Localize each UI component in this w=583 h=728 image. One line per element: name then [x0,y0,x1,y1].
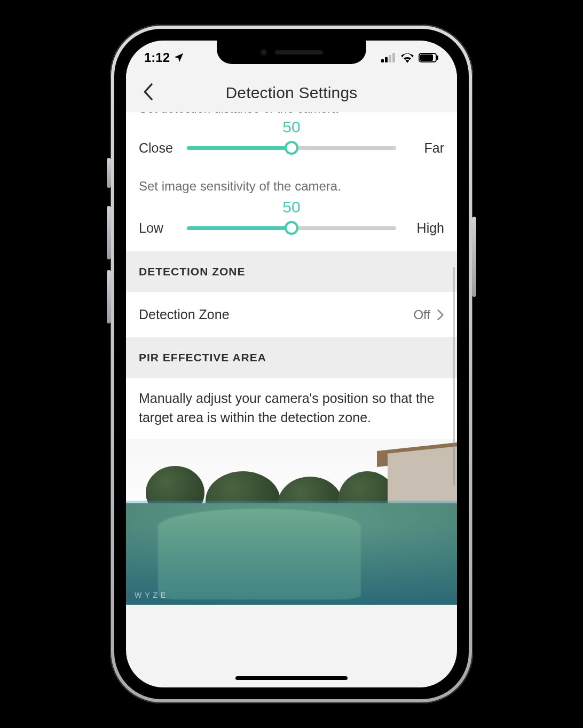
volume-down-button[interactable] [107,270,111,323]
bottom-gap [126,605,457,616]
sensitivity-left-label: Low [139,220,176,236]
back-button[interactable] [133,74,162,112]
page-title: Detection Settings [225,84,357,102]
wifi-icon [400,52,414,63]
distance-right-label: Far [407,140,444,156]
section-header-detection-zone: DETECTION ZONE [126,251,457,292]
volume-up-button[interactable] [107,206,111,259]
pir-description: Manually adjust your camera's position s… [126,378,457,439]
svg-rect-3 [392,53,395,62]
svg-rect-2 [389,55,391,62]
svg-rect-6 [437,56,438,60]
distance-caption: Set detection distance of the camera [139,112,444,116]
sensitivity-slider[interactable]: 50 [187,218,396,238]
clock: 1:12 [144,50,170,65]
detection-zone-row[interactable]: Detection Zone Off [126,292,457,337]
mute-switch[interactable] [107,158,111,188]
sensitivity-slider-value: 50 [282,198,300,216]
camera-preview[interactable]: WYZE [126,439,457,605]
detection-zone-trailing: Off [413,307,444,322]
detection-zone-label: Detection Zone [139,307,230,322]
stage: 1:12 [0,0,583,728]
svg-rect-1 [385,57,388,62]
svg-rect-5 [420,54,433,61]
svg-rect-0 [381,59,384,62]
distance-slider-value: 50 [282,118,300,136]
home-indicator[interactable] [235,676,348,680]
sensitivity-caption: Set image sensitivity of the camera. [139,171,444,196]
power-button[interactable] [472,217,476,297]
battery-icon [419,53,439,62]
status-left: 1:12 [144,50,185,65]
status-right [381,52,439,63]
chevron-left-icon [142,83,154,103]
chevron-right-icon [437,309,444,321]
location-arrow-icon [173,52,185,64]
scroll-indicator[interactable] [453,267,455,486]
distance-card: Set detection distance of the camera Clo… [126,112,457,251]
cellular-signal-icon [381,53,396,62]
sensitivity-right-label: High [407,220,444,236]
sensitivity-slider-block: Low 50 High [139,196,444,251]
pir-overlay [126,501,457,605]
distance-left-label: Close [139,140,176,156]
watermark: WYZE [135,591,169,599]
section-header-pir: PIR EFFECTIVE AREA [126,337,457,378]
phone-frame: 1:12 [110,25,473,703]
phone-bezel: 1:12 [114,29,469,699]
nav-header: Detection Settings [126,74,457,113]
distance-slider-block: Close 50 Far [139,116,444,171]
detection-zone-value: Off [413,307,430,322]
content-scroll[interactable]: Set detection distance of the camera Clo… [126,112,457,687]
screen: 1:12 [126,41,457,687]
distance-slider[interactable]: 50 [187,138,396,157]
status-bar: 1:12 [126,47,457,68]
